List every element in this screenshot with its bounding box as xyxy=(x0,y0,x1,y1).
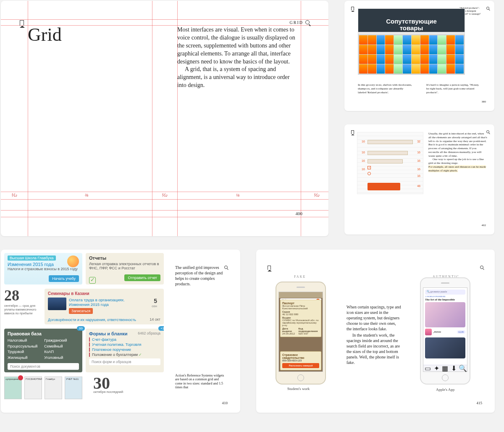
search-input: Поиск документов xyxy=(8,363,79,370)
field-value: 050-320-823-123 xyxy=(282,359,319,362)
seminar-link: Оплата труда в организациях. xyxy=(69,298,125,302)
law-link: Гражданский xyxy=(44,338,67,344)
widget-title: Семинары в Казани xyxy=(48,291,160,296)
form-link: Положение о бухгалтерии xyxy=(89,353,160,357)
grocery-photo: Сопутствующие товары xyxy=(358,8,465,75)
count-label: 6462 образца xyxy=(138,331,160,335)
label-fake: FAKE xyxy=(294,275,306,279)
commentary-small: Action's Reference Systems widgets are b… xyxy=(175,374,226,390)
phone-mockup-fake: Найти + Паспорт Фотостоечная Пётр Конста… xyxy=(276,282,326,385)
widget-school: Высшая Школа Главбуха Изменения 2015 год… xyxy=(4,253,82,284)
page-thumb-fake-vs-authentic[interactable]: FAKE AUTHENTIC Найти + Паспорт Фотостоеч… xyxy=(256,250,495,413)
commentary: The unified grid improves perception of … xyxy=(175,265,226,287)
grid-diagram: ✓ 16 16 16 16 32 16 16 16 16 48 xyxy=(357,132,423,194)
running-head: GRID xyxy=(290,20,303,25)
page-number: 402 xyxy=(482,224,486,227)
paragraph: When certain spacings, type and icon siz… xyxy=(346,304,401,332)
grid-fraction: ⅟₁₂ xyxy=(313,192,319,198)
paragraph: In the student's work, the spacings insi… xyxy=(346,332,401,365)
caption-left: In this grocery store, shelves with deod… xyxy=(358,83,412,94)
form-link: Счет-фактура xyxy=(89,337,160,342)
body-text: Most interfaces are visual. Even when it… xyxy=(177,26,299,90)
page-spread-grid: GRID Grid Most interfaces are visual. Ev… xyxy=(1,1,328,236)
zoom-icon[interactable] xyxy=(486,7,489,10)
page-number: 380 xyxy=(482,100,486,103)
page-thumb-related-products[interactable]: "Related products": how is detergent "re… xyxy=(344,1,494,111)
law-link: Уголовный xyxy=(44,355,67,361)
bookmark-icon[interactable] xyxy=(351,130,354,134)
app-icon xyxy=(425,329,432,335)
bookmark-icon[interactable] xyxy=(351,7,354,11)
date-widget-30: 30 октября последний xyxy=(93,377,123,394)
tab-apps-icon: ▦ xyxy=(441,365,450,371)
date-number: 5 xyxy=(154,298,157,304)
law-link: Семейный xyxy=(44,344,67,350)
signup-button: Записаться xyxy=(69,308,93,314)
widget-title: Правовая база xyxy=(8,331,79,336)
page-number: 400 xyxy=(296,211,303,216)
caption: Apple's App xyxy=(436,387,454,392)
paragraph-indent: One way to speed up the job is to use a … xyxy=(428,158,487,165)
zoom-icon[interactable] xyxy=(305,20,310,24)
price-button: €2,99 xyxy=(457,330,465,334)
card-title: Паспорт xyxy=(282,302,319,305)
app-name: „PRISM xyxy=(433,331,456,333)
magazine-cover: Главбух xyxy=(45,377,62,399)
cover-title: ГОСЗАКУПКИ xyxy=(26,378,42,380)
widget-reports: Отчеты Легкая отправка электронных отчет… xyxy=(86,253,164,284)
home-button xyxy=(297,374,304,381)
page-thumb-actions-widgets[interactable]: The unified grid improves perception of … xyxy=(1,250,240,413)
seminar-thumb xyxy=(48,298,66,310)
dim-label: 16 xyxy=(417,159,420,162)
date-label: 14 окт xyxy=(150,317,160,321)
date-number: 28 xyxy=(4,289,41,302)
law-link: Налоговый xyxy=(8,338,37,344)
tab-games-icon: ✦ xyxy=(432,365,441,371)
zoom-icon[interactable] xyxy=(480,266,483,269)
law-link: Трудовой xyxy=(8,349,37,355)
dim-label: 16 xyxy=(362,168,365,171)
tag: Высшая Школа Главбуха xyxy=(8,256,56,261)
page-thumb-grid-diagram[interactable]: ✓ 16 16 16 16 32 16 16 16 16 48 Usually,… xyxy=(344,124,494,234)
page-number: 415 xyxy=(477,401,483,405)
sign-line: товары xyxy=(400,24,423,32)
grid-fraction: ⅟₁₂ xyxy=(161,192,167,198)
passport-name: Фотостоечная Пётр Константинопольский xyxy=(282,305,319,310)
bookmark-icon[interactable] xyxy=(20,20,24,26)
cover-title: УЧЕТ №11 xyxy=(66,378,79,380)
field-value: 520–037 xyxy=(298,332,308,335)
graduation-icon xyxy=(67,256,79,267)
field-label: Дата выдачи xyxy=(282,327,292,332)
bookmark-icon[interactable] xyxy=(268,266,271,270)
page-number: 410 xyxy=(222,401,228,405)
count-badge: 99 xyxy=(77,326,85,331)
date-number: 30 xyxy=(93,377,123,390)
dim-label: 16 xyxy=(417,174,420,177)
search-input: 🔍 geometry puzzle xyxy=(425,290,465,295)
dim-label: 48 xyxy=(417,184,420,187)
subtext: Налоги и страховые взносы в 2015 году xyxy=(8,267,79,271)
dim-label: 16 xyxy=(362,159,365,162)
start-button: Начать учебу xyxy=(49,275,79,282)
search-value: geometry puzzle xyxy=(430,290,447,293)
form-link: Платежное поручение xyxy=(89,348,160,352)
dim-label: 16 xyxy=(362,151,365,154)
caption-right: It's hard to imagine a person saying, "H… xyxy=(426,83,481,94)
date-label: сентября — срок для уплаты ежемесячного … xyxy=(4,304,41,315)
shelf-illustration xyxy=(358,34,465,74)
field-label: Код подразделения xyxy=(298,327,318,332)
form-link: Учетная политика. Торговля xyxy=(89,342,160,347)
description: Легкая отправка электронных отчетов в ФН… xyxy=(89,262,160,270)
scan-button: Распознать камерой xyxy=(282,363,319,368)
widgets-screenshot: Высшая Школа Главбуха Изменения 2015 год… xyxy=(4,253,164,409)
passport-card: Паспорт Фотостоечная Пётр Константинопол… xyxy=(280,300,321,337)
date-widget-28: 28 сентября — срок для уплаты ежемесячно… xyxy=(4,289,41,324)
grid-fraction: ⅟₁₂ xyxy=(11,192,17,198)
seminar-link: Договорённости и их нарушения, ответстве… xyxy=(48,318,136,322)
dim-label: 16 xyxy=(417,168,420,171)
date-label: сен xyxy=(152,304,157,308)
phone-mockup-authentic: 🔍 geometry puzzle A WORLD PREMIERE The A… xyxy=(420,277,470,385)
widget-legal-base: 99 Правовая база Налоговый Процессуальны… xyxy=(4,329,82,372)
caption: Student's work xyxy=(287,387,310,391)
grid-fraction: ⅜ xyxy=(85,192,88,198)
